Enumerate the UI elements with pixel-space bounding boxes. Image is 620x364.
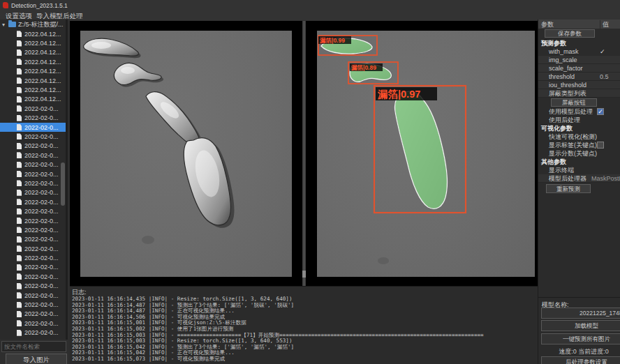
detection-label: 漏箔|0.99 (319, 37, 345, 44)
param-row-mask-type-list[interactable]: 屏蔽类型列表 (538, 89, 620, 98)
checkbox-unchecked-icon[interactable] (597, 142, 604, 149)
param-row-scale-factor[interactable]: scale_factor (538, 64, 620, 73)
log-line: 2023-01-11 16:16:14,487 |INFO| - 正在可视化预测… (72, 308, 536, 314)
tree-item[interactable]: 2022-02-0... (0, 310, 66, 319)
postprocess-settings-button[interactable]: 后处理参数设置 (541, 356, 620, 364)
param-row-threshold[interactable]: threshold 0.5 (538, 73, 620, 81)
param-row-show-label[interactable]: 显示标签(关键点) (538, 141, 620, 149)
tree-item-label: 2022-02-0... (24, 264, 59, 271)
tree-item[interactable]: 2022-02-0... (0, 160, 66, 169)
tree-item[interactable]: 2022-02-0... (0, 272, 66, 281)
tree-item[interactable]: 2022-02-0... (0, 179, 66, 188)
tree-item[interactable]: 2022-02-0... (0, 188, 66, 197)
titlebar: Detection_2023.1.5.1 (0, 0, 620, 10)
param-row-iou-threshold[interactable]: iou_threshold (538, 81, 620, 89)
threshold-value[interactable]: 0.5 (600, 73, 609, 81)
tree-item-label: 2022.04.12... (24, 31, 61, 38)
param-row-show-terminal[interactable]: 显示终端 (538, 166, 620, 174)
param-row-show-score[interactable]: 显示分数(关键点) (538, 149, 620, 158)
tree-item[interactable]: 2022-02-0... (0, 282, 66, 291)
param-row-model-post[interactable]: 模型后处理器 MaskPostPro (538, 174, 620, 183)
param-row-img-scale[interactable]: img_scale (538, 56, 620, 64)
tree-item[interactable]: 2022-02-0... (0, 216, 66, 225)
model-post-value[interactable]: MaskPostPro (591, 174, 620, 183)
tree-item-label: 2022-02-0... (24, 236, 59, 243)
tree-item[interactable]: 2022-02-0... (0, 104, 66, 113)
tree-item[interactable]: 2022-02-0... (0, 169, 66, 179)
detection-label: 漏箔|0.89 (350, 64, 376, 71)
tree-item-label: 2022-02-0... (24, 105, 59, 112)
window-title: Detection_2023.1.5.1 (11, 2, 68, 9)
viewport-original[interactable] (70, 21, 302, 286)
file-icon (17, 236, 22, 243)
tree-item[interactable]: 2022.04.12... (0, 48, 66, 57)
tree-root-label: Z:/5-标注数据/... (18, 20, 64, 29)
param-row-fast-visual[interactable]: 快速可视化(检测) (538, 132, 620, 141)
log-line: 2023-01-11 16:16:15,042 |INFO| - 正在可视化预测… (72, 350, 536, 356)
tree-item[interactable]: 2022-02-0... (0, 132, 66, 141)
mask-button[interactable]: 屏蔽按钮 (551, 98, 597, 107)
tree-item[interactable]: 2022-02-0... (0, 328, 66, 338)
param-row-use-post[interactable]: 使用后处理 (538, 116, 620, 124)
checkbox-checked-icon[interactable]: ✓ (597, 108, 604, 115)
tree-item[interactable]: 2022-02-0... (0, 291, 66, 300)
folder-icon (8, 22, 16, 27)
tree-item[interactable]: 2022-02-0... (0, 142, 66, 151)
tree-item[interactable]: 2022.04.12... (0, 38, 66, 47)
tree-item[interactable]: 2022-02-0... (0, 319, 66, 328)
tree-item[interactable]: 2022-02-0... (0, 197, 66, 206)
check-icon[interactable]: ✓ (600, 47, 605, 56)
file-icon (17, 77, 22, 84)
log-area[interactable]: 日志: 2023-01-11 16:16:14,435 |INFO| - Res… (70, 286, 538, 364)
tree-item[interactable]: 2022-02-0... (0, 206, 66, 215)
tree-item[interactable]: 2022.04.12... (0, 95, 66, 104)
tree-item[interactable]: 2022-02-0... (0, 244, 66, 253)
param-row-with-mask[interactable]: with_mask ✓ (538, 47, 620, 56)
tree-item[interactable]: 2022-02-0... (0, 123, 66, 132)
import-image-button[interactable]: 导入图片 (6, 354, 67, 364)
tree-item[interactable]: 2022-02-0... (0, 225, 66, 234)
file-icon (17, 245, 22, 252)
file-icon (17, 87, 22, 93)
tree-item-label: 2022-02-0... (24, 124, 59, 131)
tree-item[interactable]: 2022-02-0... (0, 114, 66, 123)
predict-all-button[interactable]: 一键预测所有图片 (541, 333, 620, 344)
log-line: 2023-01-11 16:16:14,487 |INFO| - 预测出了3个结… (72, 303, 536, 309)
tree-item[interactable]: 2022.04.12... (0, 57, 66, 66)
tree-item[interactable]: 2022.04.12... (0, 85, 66, 94)
tree-item-label: 2022-02-0... (24, 133, 59, 140)
load-model-button[interactable]: 加载模型 (541, 320, 620, 331)
tree-item[interactable]: 2022-02-0... (0, 253, 66, 262)
file-icon (17, 218, 22, 224)
log-lines: 2023-01-11 16:16:14,435 |INFO| - Resize:… (72, 296, 536, 363)
tree-item[interactable]: 2022-02-0... (0, 151, 66, 160)
splitter-line (304, 21, 304, 286)
param-row-use-model-post[interactable]: 使用模型后处理 ✓ (538, 107, 620, 116)
file-icon (17, 292, 22, 298)
tree-item-label: 2022-02-0... (24, 255, 59, 261)
save-params-button[interactable]: 保存参数 (545, 29, 595, 38)
file-icon (17, 311, 22, 317)
tree-item[interactable]: 2022-02-0... (0, 235, 66, 244)
tree-root-folder[interactable]: ▾ Z:/5-标注数据/... (0, 20, 66, 29)
viewport-prediction[interactable]: 漏箔|0.99 漏箔|0.89 漏箔|0.97 (306, 21, 538, 286)
tree-item-label: 2022-02-0... (24, 152, 59, 159)
log-line: 2023-01-11 16:16:15,001 |INFO| - 可视化json… (72, 320, 536, 326)
tree-item[interactable]: 2022.04.12... (0, 67, 66, 76)
tree-scrollbar-thumb[interactable] (61, 162, 65, 206)
file-icon (17, 255, 22, 261)
file-icon (17, 124, 22, 130)
tree-item[interactable]: 2022.04.12... (0, 29, 66, 38)
segmentation-masks (321, 38, 447, 208)
tree-item[interactable]: 2022.04.12... (0, 76, 66, 85)
tree-item-label: 2022-02-0... (24, 227, 59, 234)
log-line: 2023-01-11 16:16:14,506 |INFO| - 可视化预测结果… (72, 314, 536, 321)
model-name-field[interactable]: 20221225_174813 (541, 308, 620, 319)
tree-item-label: 2022-02-0... (24, 329, 59, 336)
tree-item[interactable]: 2022-02-0... (0, 300, 66, 309)
tree-item[interactable]: 2022-02-0... (0, 263, 66, 272)
file-icon (17, 133, 22, 139)
repredict-button[interactable]: 重新预测 (546, 184, 591, 193)
search-input[interactable] (1, 341, 66, 352)
chevron-down-icon[interactable]: ▾ (2, 22, 8, 28)
